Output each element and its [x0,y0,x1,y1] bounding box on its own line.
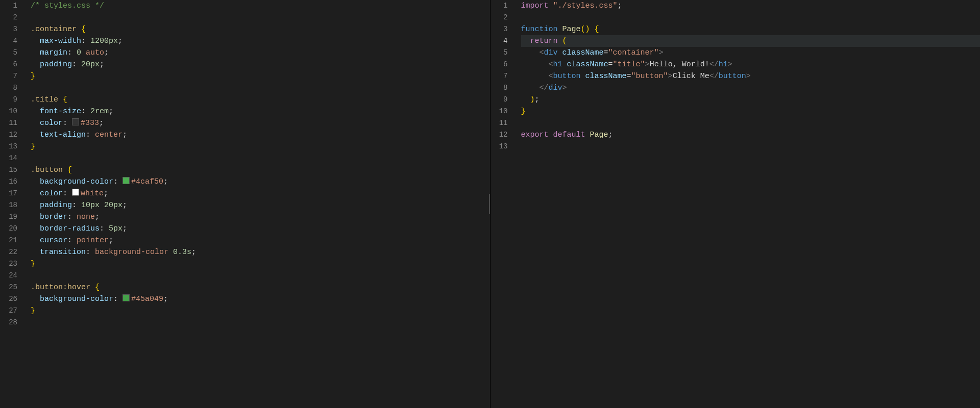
code-line[interactable]: .title { [31,94,490,106]
code-line[interactable]: border-radius: 5px; [31,223,490,235]
code-line[interactable]: <h1 className="title">Hello, World!</h1> [521,59,981,70]
line-number[interactable]: 13 [491,141,515,152]
line-number[interactable]: 11 [0,117,24,129]
code-line[interactable]: padding: 20px; [31,59,490,70]
code-line[interactable]: export default Page; [521,129,981,141]
line-number[interactable]: 26 [0,293,24,305]
line-number-gutter-left[interactable]: 1234567891011121314151617181920212223242… [0,0,24,408]
line-number[interactable]: 14 [0,152,24,164]
color-swatch-icon[interactable] [122,177,130,184]
line-number[interactable]: 6 [491,59,515,70]
line-number[interactable]: 21 [0,235,24,246]
code-line[interactable] [31,152,490,164]
line-number[interactable]: 12 [0,129,24,141]
line-number[interactable]: 20 [0,223,24,235]
code-line[interactable] [521,141,981,152]
code-line[interactable]: <div className="container"> [521,47,981,59]
code-line[interactable]: return ( [521,35,981,47]
line-number[interactable]: 6 [0,59,24,70]
color-swatch-icon[interactable] [72,118,79,125]
code-line[interactable]: color: white; [31,188,490,199]
line-number[interactable]: 4 [491,35,515,47]
code-line[interactable]: transition: background-color 0.3s; [31,246,490,258]
code-line[interactable]: .button:hover { [31,282,490,293]
editor-pane-right[interactable]: 12345678910111213 import "./styles.css";… [491,0,981,408]
line-number[interactable]: 2 [491,12,515,23]
line-number[interactable]: 1 [0,0,24,12]
line-number[interactable]: 19 [0,211,24,223]
line-number[interactable]: 10 [491,106,515,117]
line-number[interactable]: 4 [0,35,24,47]
line-number[interactable]: 8 [0,82,24,94]
code-line[interactable]: } [31,258,490,270]
code-line[interactable]: background-color: #45a049; [31,293,490,305]
code-line[interactable]: background-color: #4caf50; [31,176,490,188]
code-area-right[interactable]: import "./styles.css";function Page() { … [515,0,981,408]
code-line[interactable]: <button className="button">Click Me</but… [521,70,981,82]
line-number-gutter-right[interactable]: 12345678910111213 [491,0,515,408]
code-line[interactable] [31,317,490,328]
code-line[interactable] [521,117,981,129]
line-number[interactable]: 3 [491,23,515,35]
code-token [521,95,530,104]
line-number[interactable]: 23 [0,258,24,270]
code-line[interactable]: max-width: 1200px; [31,35,490,47]
code-line[interactable]: </div> [521,82,981,94]
code-token: ; [122,224,127,233]
code-line[interactable]: margin: 0 auto; [31,47,490,59]
line-number[interactable]: 9 [0,94,24,106]
code-line[interactable]: } [31,141,490,152]
code-token: 0.3s [173,248,191,257]
code-token: "button" [631,72,668,81]
line-number[interactable]: 24 [0,270,24,282]
code-area-left[interactable]: /* styles.css */.container { max-width: … [24,0,490,408]
code-line[interactable]: ); [521,94,981,106]
line-number[interactable]: 5 [0,47,24,59]
line-number[interactable]: 28 [0,317,24,328]
line-number[interactable]: 10 [0,106,24,117]
code-line[interactable] [31,270,490,282]
code-line[interactable]: import "./styles.css"; [521,0,981,12]
code-line[interactable]: padding: 10px 20px; [31,199,490,211]
line-number[interactable]: 11 [491,117,515,129]
code-line[interactable] [31,12,490,23]
color-swatch-icon[interactable] [72,189,79,196]
code-line[interactable]: color: #333; [31,117,490,129]
code-line[interactable]: } [31,70,490,82]
line-number[interactable]: 12 [491,129,515,141]
code-line[interactable] [521,12,981,23]
code-line[interactable]: border: none; [31,211,490,223]
line-number[interactable]: 9 [491,94,515,106]
line-number[interactable]: 1 [491,0,515,12]
code-line[interactable]: text-align: center; [31,129,490,141]
code-line[interactable]: function Page() { [521,23,981,35]
line-number[interactable]: 27 [0,305,24,317]
editor-pane-left[interactable]: 1234567891011121314151617181920212223242… [0,0,491,408]
code-line[interactable] [31,82,490,94]
code-line[interactable]: cursor: pointer; [31,235,490,246]
line-number[interactable]: 7 [0,70,24,82]
line-number[interactable]: 16 [0,176,24,188]
code-line[interactable]: } [521,106,981,117]
code-token [31,48,40,57]
code-line[interactable]: .container { [31,23,490,35]
code-token [31,119,40,128]
line-number[interactable]: 7 [491,70,515,82]
line-number[interactable]: 13 [0,141,24,152]
line-number[interactable]: 25 [0,282,24,293]
code-line[interactable]: } [31,305,490,317]
line-number[interactable]: 2 [0,12,24,23]
line-number[interactable]: 3 [0,23,24,35]
line-number[interactable]: 17 [0,188,24,199]
line-number[interactable]: 22 [0,246,24,258]
line-number[interactable]: 15 [0,164,24,176]
code-line[interactable]: font-size: 2rem; [31,106,490,117]
color-swatch-icon[interactable] [122,294,130,301]
code-line[interactable]: /* styles.css */ [31,0,490,12]
code-token [100,201,104,210]
line-number[interactable]: 18 [0,199,24,211]
line-number[interactable]: 8 [491,82,515,94]
line-number[interactable]: 5 [491,47,515,59]
code-token: #333 [81,119,99,128]
code-line[interactable]: .button { [31,164,490,176]
